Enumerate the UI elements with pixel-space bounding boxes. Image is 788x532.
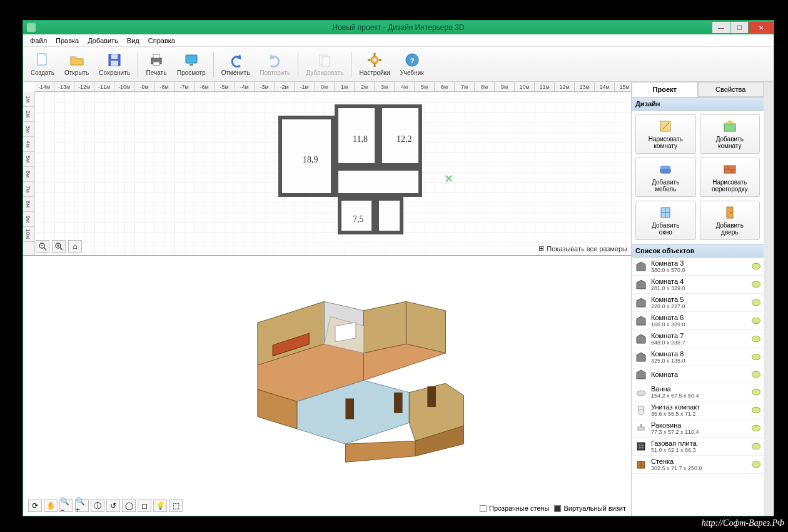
- select-lasso-icon[interactable]: ◯: [122, 499, 136, 512]
- visibility-toggle-icon[interactable]: [752, 318, 760, 324]
- visibility-toggle-icon[interactable]: [752, 461, 760, 468]
- object-item[interactable]: Комната 8325.0 x 135.0: [632, 348, 764, 366]
- visibility-toggle-icon[interactable]: [752, 336, 760, 342]
- toolbar-gear-button[interactable]: Настройки: [354, 51, 395, 78]
- toolbar-help-button[interactable]: ?Учебник: [395, 51, 429, 78]
- menu-file[interactable]: Файл: [26, 36, 51, 46]
- object-list[interactable]: Комната 3380.0 x 570.0Комната 4281.0 x 3…: [632, 258, 764, 516]
- object-item[interactable]: Комната 4281.0 x 329.0: [632, 276, 764, 294]
- info-icon[interactable]: ⓘ: [91, 499, 104, 512]
- show-sizes-label: Показывать все размеры: [547, 245, 627, 253]
- design-window-button[interactable]: Добавитьокно: [635, 201, 696, 240]
- close-button[interactable]: ✕: [749, 22, 774, 33]
- design-furniture-button[interactable]: Добавитьмебель: [635, 158, 696, 197]
- design-door-button[interactable]: Добавитьдверь: [700, 201, 760, 240]
- object-item[interactable]: Газовая плита51.0 x 62.1 x 86.3: [632, 438, 764, 456]
- room-outline[interactable]: 7,5: [338, 197, 375, 234]
- room-icon: [635, 314, 647, 327]
- ruler-tick: 6м: [435, 82, 455, 91]
- object-item[interactable]: Стенка302.5 x 71.7 x 250.0: [632, 456, 764, 474]
- room-outline[interactable]: [375, 197, 403, 234]
- ruler-tick: -5м: [215, 82, 235, 91]
- plan-size-toggle[interactable]: ⊞ Показывать все размеры: [538, 244, 627, 253]
- visibility-toggle-icon[interactable]: [752, 425, 760, 431]
- rotate-icon[interactable]: ↺: [106, 499, 120, 512]
- ruler-tick: 5м: [23, 152, 34, 167]
- ruler-tick: 0м: [315, 82, 335, 91]
- toolbar-label: Отменить: [221, 69, 250, 76]
- object-name: Комната 7: [651, 332, 752, 339]
- floorplan-area[interactable]: -14м-13м-12м-11м-10м-9м-8м-7м-6м-5м-4м-3…: [23, 82, 631, 256]
- toolbar-undo-button[interactable]: Отменить: [216, 51, 255, 78]
- menu-edit[interactable]: Правка: [51, 36, 83, 46]
- visibility-toggle-icon[interactable]: [752, 354, 760, 360]
- toolbar-disk-button[interactable]: Сохранить: [94, 51, 135, 78]
- toolbar: СоздатьОткрытьСохранитьПечатьПросмотрОтм…: [23, 47, 774, 82]
- design-wall-button[interactable]: Нарисоватьперегородку: [700, 158, 760, 197]
- compass-icon[interactable]: ⟳: [28, 499, 42, 512]
- maximize-button[interactable]: ☐: [730, 22, 748, 33]
- design-add-room-button[interactable]: Добавитькомнату: [700, 114, 760, 154]
- object-item[interactable]: Ванна154.2 x 67.5 x 50.4: [632, 383, 764, 401]
- room-icon: [635, 351, 647, 363]
- minimize-button[interactable]: —: [712, 22, 730, 33]
- visibility-toggle-icon[interactable]: [752, 389, 760, 395]
- plan-zoom-controls: ⌂: [36, 240, 82, 253]
- object-item[interactable]: Комната 6168.0 x 329.0: [632, 312, 764, 330]
- home-button[interactable]: ⌂: [68, 240, 82, 253]
- object-item[interactable]: Комната 3380.0 x 570.0: [632, 258, 764, 276]
- toolbar-file-new-button[interactable]: Создать: [26, 51, 59, 78]
- room-outline[interactable]: 12,2: [378, 104, 422, 167]
- toolbar-copy-button[interactable]: Дублировать: [301, 51, 348, 78]
- ruler-tick: 10м: [515, 82, 535, 91]
- menu-view[interactable]: Вид: [123, 36, 144, 46]
- visibility-toggle-icon[interactable]: [752, 263, 760, 269]
- room-outline[interactable]: 18,9: [278, 116, 335, 197]
- transparent-walls-checkbox[interactable]: Прозрачные стены: [480, 504, 549, 512]
- app-icon: [27, 23, 36, 32]
- 3d-view[interactable]: ⟳ ✋ 🔍− 🔍+ ⓘ ↺ ◯ ◻ 💡 ⬚ Прозрачные стены: [23, 256, 631, 516]
- zoom-in-button[interactable]: [52, 240, 66, 253]
- object-item[interactable]: Комната 7648.0 x 236.7: [632, 330, 764, 348]
- 3d-scene[interactable]: [230, 268, 480, 468]
- toolbar-redo-button[interactable]: Повторить: [255, 51, 295, 78]
- select-rect-icon[interactable]: ◻: [138, 499, 151, 512]
- room-outline[interactable]: 11,8: [335, 104, 378, 167]
- object-name: Комната 5: [651, 296, 752, 303]
- zoom-in-3d-button[interactable]: 🔍+: [75, 499, 89, 512]
- visibility-toggle-icon[interactable]: [752, 299, 760, 306]
- camera-icon[interactable]: ⬚: [169, 499, 183, 512]
- ruler-tick: 4м: [23, 137, 34, 152]
- design-button-label: Добавитьокно: [652, 222, 679, 236]
- window-controls: — ☐ ✕: [712, 22, 774, 33]
- tab-project[interactable]: Проект: [632, 82, 698, 97]
- gear-icon: [366, 52, 383, 68]
- object-name: Раковина: [651, 421, 752, 429]
- toolbar-folder-open-button[interactable]: Открыть: [59, 51, 94, 78]
- tab-properties[interactable]: Свойства: [698, 82, 764, 97]
- transparent-walls-label: Прозрачные стены: [489, 504, 549, 512]
- menu-add[interactable]: Добавить: [83, 36, 123, 46]
- room-outline[interactable]: [335, 167, 422, 197]
- toolbar-monitor-button[interactable]: Просмотр: [172, 51, 211, 78]
- virtual-visit-checkbox[interactable]: Виртуальный визит: [554, 504, 626, 512]
- scrollbar[interactable]: [764, 82, 774, 516]
- toolbar-printer-button[interactable]: Печать: [141, 51, 172, 78]
- grid-canvas[interactable]: 18,911,812,27,5 ✕: [34, 92, 631, 255]
- visibility-toggle-icon[interactable]: [752, 443, 760, 449]
- object-item[interactable]: Раковина77.3 x 57.2 x 110.4: [632, 419, 764, 438]
- object-item[interactable]: Комната 5228.0 x 227.0: [632, 294, 764, 312]
- pan-hand-icon[interactable]: ✋: [44, 499, 58, 512]
- cabinet-icon: [635, 458, 647, 471]
- visibility-toggle-icon[interactable]: [752, 281, 760, 288]
- zoom-out-button[interactable]: [36, 240, 49, 253]
- object-item[interactable]: Унитаз компакт35.6 x 56.5 x 71.2: [632, 401, 764, 419]
- menu-help[interactable]: Справка: [144, 36, 179, 46]
- zoom-out-3d-button[interactable]: 🔍−: [59, 499, 73, 512]
- visibility-toggle-icon[interactable]: [752, 371, 760, 378]
- design-draw-room-button[interactable]: Нарисоватькомнату: [635, 114, 696, 154]
- visibility-toggle-icon[interactable]: [752, 407, 760, 413]
- main-area: -14м-13м-12м-11м-10м-9м-8м-7м-6м-5м-4м-3…: [23, 82, 774, 516]
- object-item[interactable]: Комната: [632, 366, 764, 383]
- light-icon[interactable]: 💡: [153, 499, 167, 512]
